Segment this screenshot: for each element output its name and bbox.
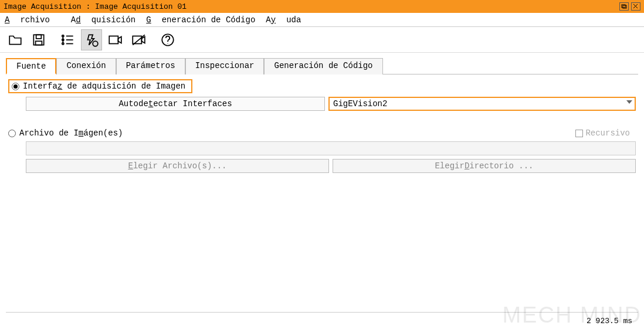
interface-dropdown[interactable]: GigEVision2 bbox=[328, 97, 636, 111]
restore-icon[interactable] bbox=[619, 2, 629, 11]
tab-inspeccionar[interactable]: Inspeccionar bbox=[185, 58, 265, 74]
radio-file-label: Archivo de Imágen(es) bbox=[19, 128, 123, 138]
list-settings-icon[interactable] bbox=[57, 29, 79, 50]
radio-interface[interactable] bbox=[12, 83, 19, 90]
svg-rect-6 bbox=[36, 41, 42, 45]
choose-dir-button[interactable]: Elegir Directorio ... bbox=[333, 159, 636, 173]
recursive-checkbox-wrap[interactable]: Recursivo bbox=[575, 128, 630, 138]
recursive-checkbox[interactable] bbox=[575, 130, 583, 137]
save-icon[interactable] bbox=[28, 29, 49, 50]
snap-icon[interactable] bbox=[104, 29, 126, 50]
file-path-input bbox=[26, 141, 636, 155]
help-icon[interactable] bbox=[157, 29, 178, 50]
recursive-label: Recursivo bbox=[585, 128, 630, 138]
radio-file[interactable] bbox=[8, 130, 16, 137]
svg-rect-15 bbox=[109, 36, 118, 43]
window-title: Image Acquisition : Image Acquisition 01 bbox=[4, 2, 617, 11]
menubar: Archivo Adquisición Generación de Código… bbox=[0, 13, 644, 27]
titlebar: Image Acquisition : Image Acquisition 01 bbox=[0, 0, 644, 13]
tab-generacion[interactable]: Generación de Código bbox=[264, 58, 382, 74]
menu-adquisicion[interactable]: Adquisición bbox=[71, 15, 135, 25]
menu-archivo[interactable]: Archivo bbox=[5, 15, 60, 25]
tab-content: Interfaz de adquisición de Imagen Autode… bbox=[0, 74, 644, 180]
svg-point-14 bbox=[93, 41, 98, 46]
tab-conexion[interactable]: Conexión bbox=[56, 58, 116, 74]
status-text: 2 923.5 ms bbox=[587, 317, 632, 325]
choose-file-button[interactable]: Elegir Archivo(s)... bbox=[26, 159, 329, 173]
svg-rect-5 bbox=[36, 35, 42, 39]
gear-lightning-icon[interactable] bbox=[81, 29, 102, 50]
open-icon[interactable] bbox=[5, 29, 26, 50]
tab-parametros[interactable]: Parámetros bbox=[116, 58, 185, 74]
interface-dropdown-value: GigEVision2 bbox=[333, 99, 387, 108]
menu-ayuda[interactable]: Ayuda bbox=[266, 15, 301, 25]
live-icon[interactable] bbox=[128, 29, 149, 50]
toolbar bbox=[0, 27, 644, 53]
menu-generacion[interactable]: Generación de Código bbox=[146, 15, 255, 25]
svg-rect-17 bbox=[133, 36, 141, 43]
tabstrip: Fuente Conexión Parámetros Inspeccionar … bbox=[0, 53, 644, 74]
tab-fuente[interactable]: Fuente bbox=[6, 58, 56, 74]
close-icon[interactable] bbox=[631, 2, 640, 11]
radio-interface-highlight: Interfaz de adquisición de Imagen bbox=[8, 79, 192, 93]
autodetect-button[interactable]: Autodetectar Interfaces bbox=[26, 97, 325, 111]
status-separator bbox=[6, 312, 638, 313]
radio-interface-label: Interfaz de adquisición de Imagen bbox=[23, 82, 185, 91]
chevron-down-icon bbox=[626, 100, 632, 104]
